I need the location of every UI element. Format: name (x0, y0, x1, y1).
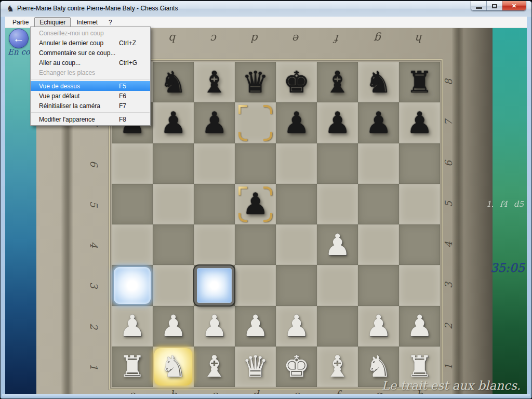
square-b2[interactable]: ♟ (153, 306, 194, 347)
title-bar[interactable]: ♞ Pierre-Marie Baty contre Pierre-Marie … (1, 1, 531, 17)
menu-item-r-initialiser-la-cam-ra[interactable]: Réinitialiser la caméraF7 (31, 101, 150, 111)
square-d5[interactable]: ♟ (235, 184, 276, 224)
square-g5[interactable] (358, 184, 399, 224)
white-pawn-h2[interactable]: ♟ (399, 306, 440, 347)
square-e3[interactable] (276, 265, 317, 305)
square-d6[interactable] (235, 143, 276, 184)
square-a5[interactable] (112, 184, 153, 224)
square-f3[interactable] (317, 265, 358, 305)
white-pawn-d2[interactable]: ♟ (235, 306, 276, 347)
square-g8[interactable]: ♞ (358, 62, 399, 102)
square-e8[interactable]: ♚ (276, 62, 317, 102)
white-bishop-c1[interactable]: ♝ (194, 347, 235, 387)
square-a3[interactable] (112, 265, 153, 305)
menu-item-annuler-le-dernier-coup[interactable]: Annuler le dernier coupCtrl+Z (31, 38, 150, 48)
square-b1[interactable]: ♞ (153, 347, 194, 387)
square-g3[interactable] (358, 265, 399, 305)
white-king-e1[interactable]: ♚ (276, 347, 317, 387)
square-h7[interactable]: ♟ (399, 102, 440, 143)
menubar-item-echiquier[interactable]: Echiquier (34, 17, 71, 28)
square-f1[interactable]: ♝ (317, 347, 358, 387)
black-pawn-f7[interactable]: ♟ (317, 102, 358, 143)
square-a6[interactable] (112, 143, 153, 184)
white-queen-d1[interactable]: ♛ (235, 347, 276, 387)
white-bishop-f1[interactable]: ♝ (317, 347, 358, 387)
square-b7[interactable]: ♟ (153, 102, 194, 143)
white-pawn-b2[interactable]: ♟ (153, 306, 194, 347)
white-pawn-e2[interactable]: ♟ (276, 306, 317, 347)
square-b3[interactable] (153, 265, 194, 305)
menubar-item-partie[interactable]: Partie (7, 17, 34, 28)
square-c3[interactable] (194, 265, 235, 305)
square-c6[interactable] (194, 143, 235, 184)
square-b4[interactable] (153, 224, 194, 265)
square-f7[interactable]: ♟ (317, 102, 358, 143)
maximize-button[interactable] (487, 1, 502, 11)
square-d2[interactable]: ♟ (235, 306, 276, 347)
square-d8[interactable]: ♛ (235, 62, 276, 102)
square-g4[interactable] (358, 224, 399, 265)
menu-item-conseillez-moi-un-coup[interactable]: Conseillez-moi un coup (31, 28, 150, 38)
menu-item-vue-de-dessus[interactable]: Vue de dessusF5 (31, 81, 150, 91)
square-e7[interactable]: ♟ (276, 102, 317, 143)
square-c8[interactable]: ♝ (194, 62, 235, 102)
menu-item-vue-par-d-faut[interactable]: Vue par défautF6 (31, 91, 150, 101)
black-rook-h8[interactable]: ♜ (399, 62, 440, 102)
square-b5[interactable] (153, 184, 194, 224)
black-pawn-d5[interactable]: ♟ (235, 184, 276, 224)
square-d7[interactable] (235, 102, 276, 143)
white-knight-b1[interactable]: ♞ (153, 347, 194, 387)
black-pawn-c7[interactable]: ♟ (194, 102, 235, 143)
black-queen-d8[interactable]: ♛ (235, 62, 276, 102)
square-e1[interactable]: ♚ (276, 347, 317, 387)
black-pawn-g7[interactable]: ♟ (358, 102, 399, 143)
square-c1[interactable]: ♝ (194, 347, 235, 387)
square-a2[interactable]: ♟ (112, 306, 153, 347)
white-pawn-g2[interactable]: ♟ (358, 306, 399, 347)
white-rook-a1[interactable]: ♜ (112, 347, 153, 387)
square-d3[interactable] (235, 265, 276, 305)
square-g6[interactable] (358, 143, 399, 184)
back-button[interactable]: ← (9, 29, 29, 48)
square-c7[interactable]: ♟ (194, 102, 235, 143)
menu-item-echanger-les-places[interactable]: Echanger les places (31, 68, 150, 77)
black-king-e8[interactable]: ♚ (276, 62, 317, 102)
square-a4[interactable] (112, 224, 153, 265)
square-b6[interactable] (153, 143, 194, 184)
square-e4[interactable] (276, 224, 317, 265)
square-c5[interactable] (194, 184, 235, 224)
close-button[interactable]: ✕ (502, 1, 526, 11)
square-f5[interactable] (317, 184, 358, 224)
menu-item-commentaire-sur-ce-coup[interactable]: Commentaire sur ce coup... (31, 48, 150, 58)
minimize-button[interactable] (471, 1, 487, 11)
menubar-item-internet[interactable]: Internet (71, 17, 103, 28)
white-pawn-c2[interactable]: ♟ (194, 306, 235, 347)
square-g7[interactable]: ♟ (358, 102, 399, 143)
square-f6[interactable] (317, 143, 358, 184)
square-f2[interactable] (317, 306, 358, 347)
black-pawn-e7[interactable]: ♟ (276, 102, 317, 143)
square-c4[interactable] (194, 224, 235, 265)
menubar-item-?[interactable]: ? (103, 17, 117, 28)
menu-item-modifier-l-apparence[interactable]: Modifier l'apparenceF8 (31, 114, 150, 124)
square-c2[interactable]: ♟ (194, 306, 235, 347)
square-g2[interactable]: ♟ (358, 306, 399, 347)
square-e6[interactable] (276, 143, 317, 184)
black-bishop-f8[interactable]: ♝ (317, 62, 358, 102)
square-d1[interactable]: ♛ (235, 347, 276, 387)
square-h2[interactable]: ♟ (399, 306, 440, 347)
square-h8[interactable]: ♜ (399, 62, 440, 102)
black-knight-b8[interactable]: ♞ (153, 62, 194, 102)
square-b8[interactable]: ♞ (153, 62, 194, 102)
black-bishop-c8[interactable]: ♝ (194, 62, 235, 102)
square-a1[interactable]: ♜ (112, 347, 153, 387)
square-f8[interactable]: ♝ (317, 62, 358, 102)
black-pawn-h7[interactable]: ♟ (399, 102, 440, 143)
black-knight-g8[interactable]: ♞ (358, 62, 399, 102)
menu-item-aller-au-coup[interactable]: Aller au coup...Ctrl+G (31, 58, 150, 68)
black-pawn-b7[interactable]: ♟ (153, 102, 194, 143)
white-pawn-a2[interactable]: ♟ (112, 306, 153, 347)
square-d4[interactable] (235, 224, 276, 265)
white-pawn-f4[interactable]: ♟ (317, 224, 358, 265)
square-e2[interactable]: ♟ (276, 306, 317, 347)
